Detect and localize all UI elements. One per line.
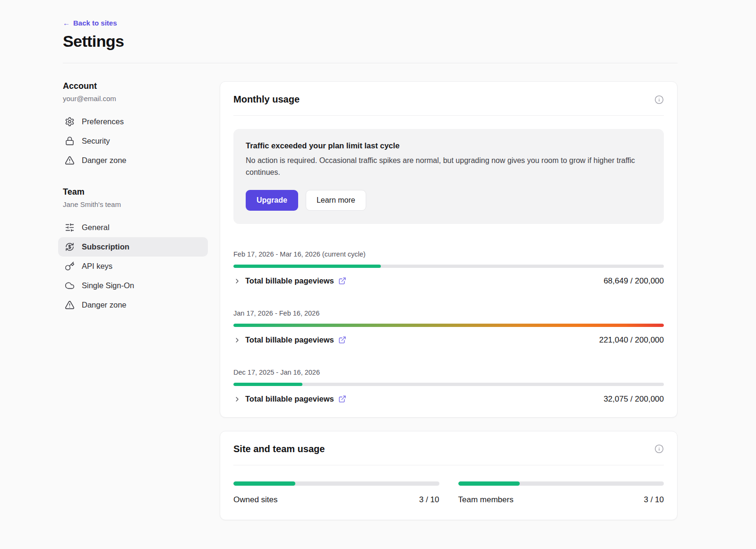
arrow-left-icon: ←: [63, 19, 70, 27]
usage-value: 32,075 / 200,000: [603, 395, 664, 404]
billable-pageviews-row[interactable]: Total billable pageviews 32,075 / 200,00…: [233, 395, 664, 404]
chevron-right-icon: [233, 395, 241, 403]
owned-sites-meter: Owned sites 3 / 10: [233, 481, 439, 505]
back-link-label: Back to sites: [73, 19, 117, 27]
usage-progress-track: [233, 324, 664, 327]
monthly-usage-title: Monthly usage: [233, 94, 300, 105]
warning-triangle-icon: [65, 155, 75, 165]
sidebar-item-label: General: [82, 223, 110, 232]
sliders-icon: [65, 223, 75, 232]
team-name: Jane Smith's team: [63, 200, 208, 208]
account-email: your@email.com: [63, 94, 208, 103]
sidebar-item-general[interactable]: General: [58, 218, 208, 237]
meter-value: 3 / 10: [419, 495, 439, 505]
sidebar-section-account: Account your@email.com Preferences Secur…: [63, 81, 208, 170]
chevron-right-icon: [233, 277, 241, 285]
usage-value: 68,649 / 200,000: [603, 276, 664, 286]
sidebar-item-label: Preferences: [82, 117, 124, 126]
sidebar-item-label: API keys: [82, 262, 112, 271]
sidebar-item-label: Danger zone: [82, 300, 126, 309]
info-icon[interactable]: [654, 95, 664, 104]
sidebar-item-preferences[interactable]: Preferences: [58, 112, 208, 131]
notice-title: Traffic exceeded your plan limit last cy…: [246, 141, 652, 150]
chevron-right-icon: [233, 336, 241, 344]
lock-icon: [65, 136, 75, 146]
traffic-exceeded-notice: Traffic exceeded your plan limit last cy…: [233, 129, 664, 224]
usage-cycle-older: Dec 17, 2025 - Jan 16, 2026 Total billab…: [233, 369, 664, 404]
meter-track: [233, 481, 439, 486]
team-section-heading: Team: [63, 187, 208, 197]
billable-pageviews-row[interactable]: Total billable pageviews 68,649 / 200,00…: [233, 276, 664, 286]
sidebar-item-subscription[interactable]: Subscription: [58, 237, 208, 257]
meter-fill: [233, 481, 295, 486]
external-link-icon[interactable]: [338, 395, 346, 403]
back-to-sites-link[interactable]: ← Back to sites: [63, 19, 117, 27]
cycle-period: Feb 17, 2026 - Mar 16, 2026 (current cyc…: [233, 250, 664, 258]
cycle-period: Dec 17, 2025 - Jan 16, 2026: [233, 369, 664, 376]
billable-pageviews-row[interactable]: Total billable pageviews 221,040 / 200,0…: [233, 335, 664, 345]
usage-progress-track: [233, 265, 664, 268]
page-title: Settings: [63, 32, 678, 51]
usage-progress-fill: [233, 265, 381, 268]
usage-progress-fill: [233, 383, 302, 386]
usage-cycle-previous: Jan 17, 2026 - Feb 16, 2026 Total billab…: [233, 309, 664, 345]
meter-fill: [458, 481, 520, 486]
settings-main: Monthly usage Traffic exceeded your plan…: [220, 81, 678, 520]
external-link-icon[interactable]: [338, 336, 346, 344]
settings-page: ← Back to sites Settings Account your@em…: [0, 0, 756, 520]
usage-value: 221,040 / 200,000: [599, 335, 664, 345]
sidebar-item-danger-zone-team[interactable]: Danger zone: [58, 295, 208, 315]
meter-value: 3 / 10: [644, 495, 664, 505]
sidebar-item-danger-zone-account[interactable]: Danger zone: [58, 151, 208, 170]
team-members-meter: Team members 3 / 10: [458, 481, 664, 505]
key-icon: [65, 261, 75, 271]
usage-progress-track: [233, 383, 664, 386]
metric-label: Total billable pageviews: [245, 395, 334, 403]
sidebar-item-security[interactable]: Security: [58, 131, 208, 151]
usage-progress-fill-over-limit: [233, 324, 664, 327]
gear-icon: [65, 117, 75, 127]
meter-label: Team members: [458, 495, 514, 505]
external-link-icon[interactable]: [338, 277, 346, 285]
cloud-icon: [65, 281, 75, 291]
account-section-heading: Account: [63, 81, 208, 91]
metric-label: Total billable pageviews: [245, 276, 334, 285]
sidebar-item-label: Danger zone: [82, 156, 126, 165]
notice-body: No action is required. Occasional traffi…: [246, 155, 652, 179]
sidebar-section-team: Team Jane Smith's team General Subscript…: [63, 187, 208, 315]
site-team-usage-card: Site and team usage Owned sites 3 / 10: [220, 431, 678, 520]
metric-label: Total billable pageviews: [245, 335, 334, 344]
info-icon[interactable]: [654, 444, 664, 454]
sidebar-item-label: Subscription: [82, 242, 129, 251]
upgrade-button[interactable]: Upgrade: [246, 190, 298, 211]
sidebar-item-label: Security: [82, 137, 110, 146]
subscription-dollar-icon: [65, 242, 75, 252]
meter-track: [458, 481, 664, 486]
sidebar-item-label: Single Sign-On: [82, 281, 134, 290]
sidebar-item-api-keys[interactable]: API keys: [58, 257, 208, 276]
usage-cycle-current: Feb 17, 2026 - Mar 16, 2026 (current cyc…: [233, 250, 664, 286]
cycle-period: Jan 17, 2026 - Feb 16, 2026: [233, 309, 664, 317]
learn-more-button[interactable]: Learn more: [306, 190, 366, 211]
sidebar-item-single-sign-on[interactable]: Single Sign-On: [58, 276, 208, 295]
settings-sidebar: Account your@email.com Preferences Secur…: [63, 81, 208, 315]
site-team-usage-title: Site and team usage: [233, 444, 325, 455]
monthly-usage-card: Monthly usage Traffic exceeded your plan…: [220, 81, 678, 418]
header-divider: [63, 63, 678, 63]
warning-triangle-icon: [65, 300, 75, 310]
meter-label: Owned sites: [233, 495, 278, 505]
